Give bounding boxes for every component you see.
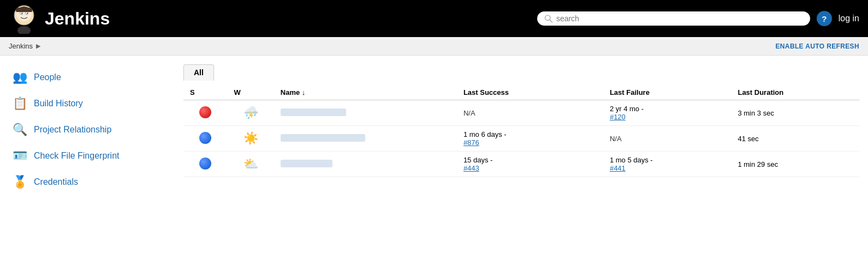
search-icon [544,14,553,23]
content-area: All S W Name ↓ Last Success Last Failure… [175,64,868,195]
sidebar-item-check-file-fingerprint[interactable]: 🪪 Check File Fingerprint [9,143,166,169]
jenkins-logo [9,3,39,34]
blurred-job-name-1 [281,108,346,116]
auto-refresh-link[interactable]: ENABLE AUTO REFRESH [775,43,859,50]
builds-table: S W Name ↓ Last Success Last Failure Las… [183,85,859,177]
breadcrumb-home[interactable]: Jenkins [9,42,33,50]
search-area: ? log in [537,11,859,26]
name-cell-2 [274,126,457,152]
status-cell-3 [183,152,227,177]
col-header-last-failure: Last Failure [603,85,732,100]
logo-area: Jenkins [9,3,537,34]
name-cell-1 [274,100,457,126]
table-row: ⛈️ N/A 2 yr 4 mo - #120 3 min 3 sec [183,100,859,126]
breadcrumb-arrow: ▶ [36,43,40,50]
breadcrumb-bar: Jenkins ▶ ENABLE AUTO REFRESH [0,37,868,56]
last-failure-text-1: 2 yr 4 mo - [610,105,644,113]
sidebar-label-credentials[interactable]: Credentials [34,177,78,187]
sidebar-item-build-history[interactable]: 📋 Build History [9,90,166,117]
weather-partly-cloudy-icon: ⛅ [243,157,258,171]
status-cell-1 [183,100,227,126]
sidebar-label-people[interactable]: People [34,72,61,82]
weather-storm-icon: ⛈️ [243,106,258,119]
credentials-icon: 🏅 [11,173,28,191]
last-failure-link-1[interactable]: #120 [610,113,626,121]
build-history-icon: 📋 [11,95,28,112]
breadcrumb: Jenkins ▶ [9,42,40,50]
project-relationship-icon: 🔍 [11,121,28,138]
svg-point-5 [27,13,28,14]
sidebar-label-fingerprint[interactable]: Check File Fingerprint [34,151,120,161]
col-header-name[interactable]: Name ↓ [274,85,457,100]
last-failure-cell-3: 1 mo 5 days - #441 [603,152,732,177]
col-header-s: S [183,85,227,100]
main-container: 👥 People 📋 Build History 🔍 Project Relat… [0,56,868,195]
fingerprint-icon: 🪪 [11,147,28,165]
sidebar-item-credentials[interactable]: 🏅 Credentials [9,169,166,195]
last-success-cell-1: N/A [457,100,603,126]
col-header-last-success: Last Success [457,85,603,100]
people-icon: 👥 [11,69,28,86]
last-success-link-2[interactable]: #876 [463,138,479,147]
svg-point-4 [21,13,22,14]
status-cell-2 [183,126,227,152]
sidebar-item-project-relationship[interactable]: 🔍 Project Relationship [9,117,166,143]
last-failure-text-3: 1 mo 5 days - [610,156,653,164]
blurred-job-name-3 [281,160,332,167]
weather-sunny-icon: ☀️ [243,131,258,145]
weather-cell-2: ☀️ [227,126,274,152]
status-red-icon [199,106,211,118]
table-row: ☀️ 1 mo 6 days - #876 N/A 41 sec [183,126,859,152]
last-failure-cell-2: N/A [603,126,732,152]
header: Jenkins ? log in [0,0,868,37]
sidebar-label-build-history[interactable]: Build History [34,99,83,108]
last-success-cell-2: 1 mo 6 days - #876 [457,126,603,152]
name-cell-3 [274,152,457,177]
svg-line-9 [549,20,552,22]
last-success-cell-3: 15 days - #443 [457,152,603,177]
last-duration-cell-1: 3 min 3 sec [731,100,859,126]
last-duration-cell-2: 41 sec [731,126,859,152]
weather-cell-1: ⛈️ [227,100,274,126]
login-link[interactable]: log in [839,14,859,23]
last-success-text-2: 1 mo 6 days - [463,130,507,138]
last-success-link-3[interactable]: #443 [463,164,479,172]
sidebar: 👥 People 📋 Build History 🔍 Project Relat… [0,64,175,195]
search-box[interactable] [537,11,810,26]
last-failure-cell-1: 2 yr 4 mo - #120 [603,100,732,126]
sidebar-item-people[interactable]: 👥 People [9,64,166,90]
help-button[interactable]: ? [817,11,832,26]
col-header-last-duration: Last Duration [731,85,859,100]
last-failure-link-3[interactable]: #441 [610,164,626,172]
status-blue-icon-3 [199,158,211,170]
status-blue-icon-2 [199,132,211,144]
weather-cell-3: ⛅ [227,152,274,177]
sidebar-label-project-relationship[interactable]: Project Relationship [34,125,111,135]
last-duration-cell-3: 1 min 29 sec [731,152,859,177]
last-success-text-3: 15 days - [463,156,492,164]
svg-point-7 [17,26,31,34]
tab-bar: All [183,64,859,81]
col-header-w: W [227,85,274,100]
tab-all[interactable]: All [183,64,214,81]
app-title: Jenkins [45,9,110,29]
search-input[interactable] [556,14,804,23]
table-row: ⛅ 15 days - #443 1 mo 5 days - #441 1 mi… [183,152,859,177]
blurred-job-name-2 [281,134,365,142]
